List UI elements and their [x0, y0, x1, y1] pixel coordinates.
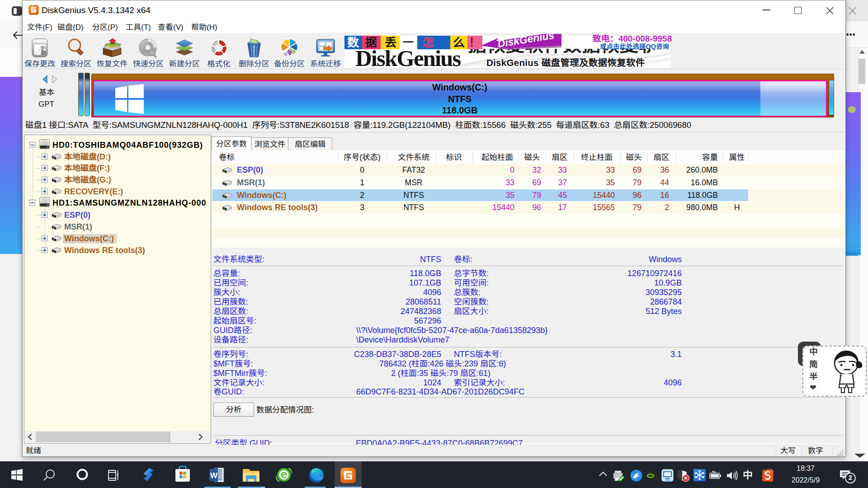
svg-text:W: W [210, 471, 218, 480]
svg-text:intel: intel [665, 479, 670, 481]
